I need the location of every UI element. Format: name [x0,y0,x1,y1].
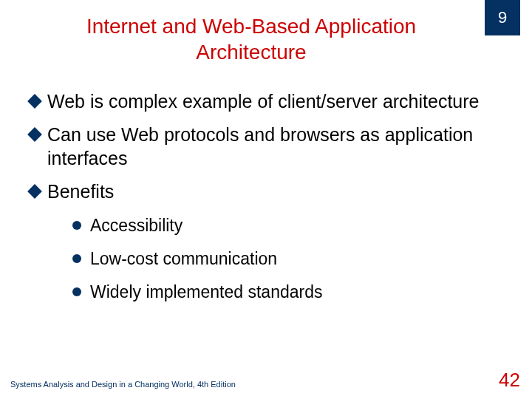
footer-text: Systems Analysis and Design in a Changin… [10,380,236,389]
bullet-item: Benefits [30,180,502,203]
dot-icon [72,287,81,296]
sub-bullet-text: Low-cost communication [90,248,277,270]
bullet-item: Can use Web protocols and browsers as ap… [30,123,502,170]
sub-bullet-text: Widely implemented standards [90,282,322,303]
bullet-text: Can use Web protocols and browsers as ap… [47,123,502,170]
page-number: 42 [499,369,520,392]
content-area: Web is complex example of client/server … [0,72,532,302]
dot-icon [72,221,81,230]
diamond-icon [27,127,42,142]
dot-icon [72,254,81,263]
chapter-badge: 9 [485,0,520,35]
diamond-icon [27,94,42,109]
bullet-text: Web is complex example of client/server … [47,90,480,113]
slide: 9 Internet and Web-Based Application Arc… [0,0,532,399]
diamond-icon [27,184,42,199]
sub-bullet-text: Accessibility [90,215,183,236]
chapter-number: 9 [498,8,507,27]
sub-bullet-item: Accessibility [72,215,502,236]
sub-bullet-item: Low-cost communication [72,248,502,270]
bullet-item: Web is complex example of client/server … [30,90,502,113]
sub-bullet-list: Accessibility Low-cost communication Wid… [72,215,502,302]
slide-title: Internet and Web-Based Application Archi… [0,0,532,72]
bullet-text: Benefits [47,180,114,203]
sub-bullet-item: Widely implemented standards [72,282,502,303]
